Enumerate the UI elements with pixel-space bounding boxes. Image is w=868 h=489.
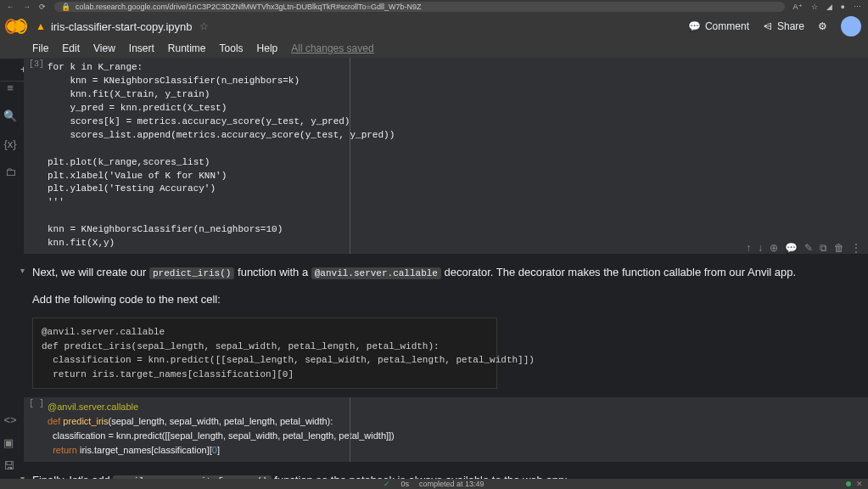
address-bar[interactable]: 🔒 colab.research.google.com/drive/1nC3P2… [54, 2, 785, 12]
status-time: 0s [400, 480, 409, 488]
share-icon: ⩤ [763, 20, 773, 32]
link-icon[interactable]: ⊕ [770, 242, 778, 254]
nav-arrows: ← → ⟳ [7, 3, 46, 11]
menu-help[interactable]: Help [257, 42, 278, 54]
comment-button[interactable]: 💬 Comment [688, 20, 749, 32]
code-cell-2[interactable]: [ ] @anvil.server.callable def predict_i… [24, 397, 868, 462]
inline-code-2: @anvil.server.callable [311, 267, 441, 279]
menu-edit[interactable]: Edit [62, 42, 80, 54]
forward-icon[interactable]: → [23, 3, 31, 11]
colab-logo-icon[interactable] [7, 20, 25, 32]
move-up-icon[interactable]: ↑ [746, 242, 751, 254]
main-content: [3] for k in K_range: knn = KNeighborsCl… [20, 58, 868, 479]
text-cell-1[interactable]: ↑ ↓ ⊕ 💬 ✎ ⧉ 🗑 ⋮ ▾ Next, we will create o… [24, 257, 868, 314]
fav-icon[interactable]: ☆ [811, 3, 818, 11]
share-label: Share [777, 20, 804, 32]
menu-runtime[interactable]: Runtime [168, 42, 206, 54]
browser-actions: A⁺ ☆ ◢ ● ⋯ [793, 3, 861, 11]
url-text: colab.research.google.com/drive/1nC3P2C3… [76, 3, 421, 11]
section-chevron-icon[interactable]: ▾ [20, 266, 25, 275]
back-icon[interactable]: ← [7, 3, 14, 11]
code-content[interactable]: for k in K_range: knn = KNeighborsClassi… [24, 58, 868, 254]
text-1c: decorator. The decorator makes the funct… [441, 266, 796, 278]
cell-prompt: [3] [29, 59, 44, 69]
left-sidebar: ≡ 🔍 {x} 🗀 <> ▣ 🖫 [0, 82, 20, 479]
text-1-p2: Add the following code to the next cell: [32, 291, 861, 308]
menu-insert[interactable]: Insert [129, 42, 154, 54]
text-cell-2[interactable]: ▾ Finally, let's add anvil.server.wait_f… [24, 465, 868, 479]
menu-view[interactable]: View [93, 42, 115, 54]
status-dot-icon [846, 481, 851, 486]
files-icon[interactable]: 🗀 [5, 166, 16, 178]
markdown-code-block: @anvil.server.callable def predict_iris(… [32, 318, 497, 389]
lock-icon: 🔒 [61, 3, 70, 11]
comment-icon: 💬 [688, 20, 701, 32]
status-bar: ✓ 0s completed at 13:49 ✕ [0, 479, 868, 489]
variables-icon[interactable]: {x} [3, 138, 16, 150]
status-completed: completed at 13:49 [419, 480, 484, 488]
mirror-icon[interactable]: ⧉ [820, 242, 827, 254]
text-1a: Next, we will create our [32, 266, 149, 278]
text-1b: function with a [234, 266, 311, 278]
menu-bar: File Edit View Insert Runtime Tools Help… [0, 39, 868, 58]
profile-icon[interactable]: ● [841, 3, 845, 11]
changes-saved[interactable]: All changes saved [291, 42, 373, 54]
edit-icon[interactable]: ✎ [804, 242, 813, 254]
menu-file[interactable]: File [32, 42, 48, 54]
avatar[interactable] [841, 16, 861, 37]
reload-icon[interactable]: ⟳ [39, 3, 46, 11]
share-button[interactable]: ⩤ Share [763, 20, 804, 32]
drive-icon: ▲ [36, 20, 46, 32]
ext-icon[interactable]: ◢ [826, 3, 832, 11]
search-icon[interactable]: 🔍 [3, 110, 17, 122]
save-icon[interactable]: 🖫 [3, 459, 16, 472]
comment-label: Comment [705, 20, 749, 32]
menu-tools[interactable]: Tools [220, 42, 244, 54]
code-icon[interactable]: <> [3, 413, 16, 426]
terminal-icon[interactable]: ▣ [3, 436, 16, 449]
document-title[interactable]: iris-classifier-start-copy.ipynb [51, 20, 193, 33]
menu-icon[interactable]: ⋯ [854, 3, 861, 11]
read-icon[interactable]: A⁺ [793, 3, 803, 11]
inline-code-1: predict_iris() [149, 267, 234, 279]
star-icon[interactable]: ☆ [199, 20, 209, 32]
status-check-icon: ✓ [384, 480, 390, 488]
message-icon[interactable]: 💬 [785, 242, 798, 254]
gear-icon[interactable]: ⚙ [818, 20, 827, 32]
cell-prompt: [ ] [29, 399, 44, 408]
move-down-icon[interactable]: ↓ [758, 242, 763, 254]
colab-header: ▲ iris-classifier-start-copy.ipynb ☆ 💬 C… [0, 14, 868, 39]
code-cell-1[interactable]: [3] for k in K_range: knn = KNeighborsCl… [24, 58, 868, 254]
header-actions: 💬 Comment ⩤ Share ⚙ [688, 16, 861, 37]
browser-bar: ← → ⟳ 🔒 colab.research.google.com/drive/… [0, 0, 868, 14]
status-close-icon[interactable]: ✕ [856, 480, 863, 488]
cell-toolbar: ↑ ↓ ⊕ 💬 ✎ ⧉ 🗑 ⋮ [746, 242, 861, 254]
code-content[interactable]: @anvil.server.callable def predict_iris(… [24, 397, 868, 462]
toc-icon[interactable]: ≡ [7, 82, 14, 94]
delete-icon[interactable]: 🗑 [834, 242, 844, 254]
more-icon[interactable]: ⋮ [851, 242, 861, 254]
